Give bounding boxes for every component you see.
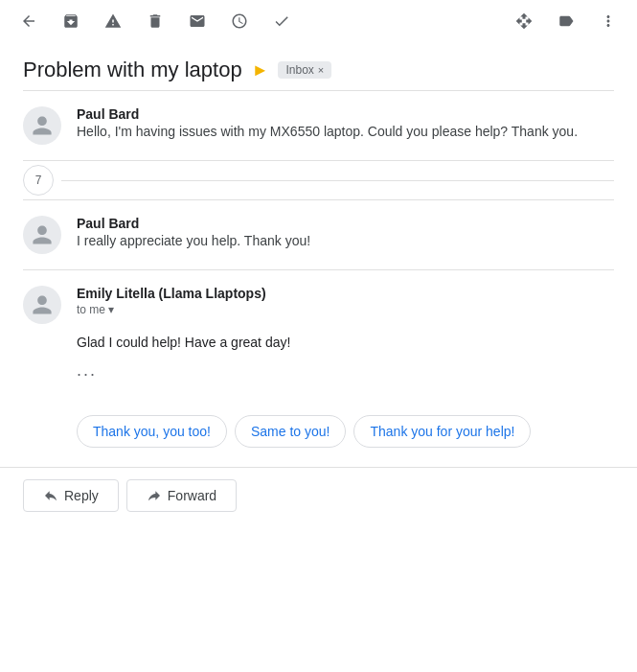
email-body-1: Hello, I'm having issues with my MX6550 … xyxy=(77,124,614,139)
avatar-paul-1 xyxy=(23,106,61,145)
collapsed-row: 7 xyxy=(0,161,637,199)
smart-reply-1[interactable]: Thank you, you too! xyxy=(77,415,227,448)
email-header: Problem with my laptop ► Inbox × xyxy=(0,42,637,90)
move-icon[interactable] xyxy=(511,8,537,35)
forward-icon xyxy=(147,488,162,503)
label-icon[interactable] xyxy=(553,8,580,35)
smart-reply-3[interactable]: Thank you for your help! xyxy=(353,415,531,448)
reply-icon xyxy=(43,488,58,503)
toolbar xyxy=(0,0,637,42)
sender-name-1: Paul Bard xyxy=(77,106,614,122)
inbox-badge: Inbox × xyxy=(278,61,331,79)
archive-icon[interactable] xyxy=(57,8,84,35)
email-content-2: Paul Bard I really appreciate you help. … xyxy=(77,216,614,248)
email-item-1: Paul Bard Hello, I'm having issues with … xyxy=(0,91,637,160)
email-subject: Problem with my laptop xyxy=(23,58,242,82)
report-icon[interactable] xyxy=(100,8,126,35)
sender-to: to me ▾ xyxy=(77,303,614,316)
delete-icon[interactable] xyxy=(142,8,169,35)
inbox-badge-remove[interactable]: × xyxy=(318,64,324,76)
avatar-paul-2 xyxy=(23,216,61,254)
reply-label: Reply xyxy=(64,488,99,503)
snooze-icon[interactable] xyxy=(226,8,253,35)
email-content-1: Paul Bard Hello, I'm having issues with … xyxy=(77,106,614,139)
toolbar-actions xyxy=(57,8,295,35)
mark-unread-icon[interactable] xyxy=(184,8,211,35)
email-body-expanded: Glad I could help! Have a great day! xyxy=(77,332,614,353)
sender-name-2: Paul Bard xyxy=(77,216,614,231)
action-buttons: Reply Forward xyxy=(0,467,637,523)
forward-label: Forward xyxy=(168,488,216,503)
done-icon[interactable] xyxy=(268,8,295,35)
toolbar-more-actions xyxy=(511,8,622,35)
smart-reply-2[interactable]: Same to you! xyxy=(235,415,347,448)
more-options-icon[interactable] xyxy=(595,8,622,35)
forward-arrow-icon: ► xyxy=(252,60,269,81)
forward-button[interactable]: Forward xyxy=(126,479,237,512)
smart-replies: Thank you, you too! Same to you! Thank y… xyxy=(0,400,637,463)
ellipsis-button[interactable]: ··· xyxy=(77,364,614,384)
collapsed-count[interactable]: 7 xyxy=(23,165,54,196)
collapsed-line xyxy=(61,180,614,181)
email-content-expanded: Emily Litella (Llama Llaptops) to me ▾ G… xyxy=(77,286,614,384)
avatar-emily xyxy=(23,286,61,324)
email-body-2: I really appreciate you help. Thank you! xyxy=(77,233,614,248)
sender-name-emily: Emily Litella (Llama Llaptops) xyxy=(77,286,614,301)
email-item-2: Paul Bard I really appreciate you help. … xyxy=(0,200,637,269)
email-item-expanded: Emily Litella (Llama Llaptops) to me ▾ G… xyxy=(0,270,637,400)
reply-button[interactable]: Reply xyxy=(23,479,119,512)
back-button[interactable] xyxy=(15,8,42,35)
inbox-badge-label: Inbox xyxy=(285,63,313,77)
to-dropdown-arrow[interactable]: ▾ xyxy=(108,303,114,316)
